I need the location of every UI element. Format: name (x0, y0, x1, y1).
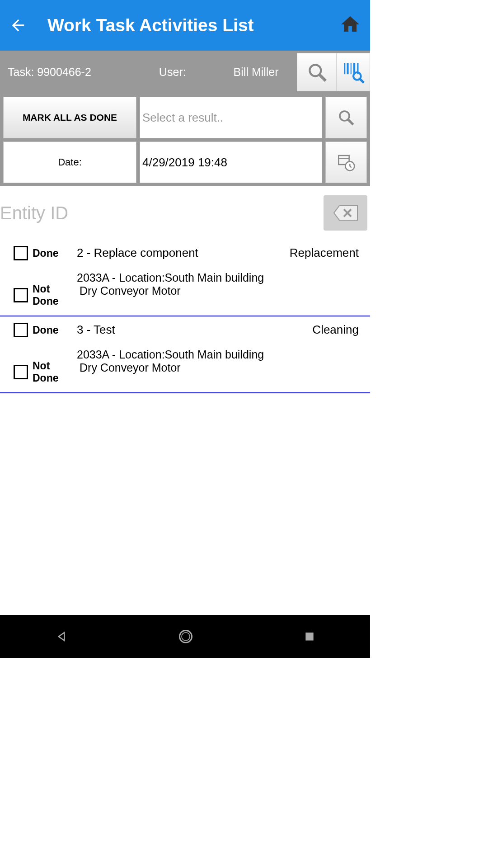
activity-list: Done Not Done 2 - Replace component Repl… (0, 240, 370, 393)
activity-equipment: Dry Conveyor Motor (77, 361, 359, 374)
barcode-scan-button[interactable] (336, 53, 370, 91)
activity-content: 3 - Test Cleaning 2033A - Location:South… (72, 323, 359, 384)
triangle-back-icon (55, 630, 68, 643)
activity-tag: Cleaning (312, 323, 359, 337)
user-info: User: Bill Miller (159, 66, 279, 79)
barcode-search-icon (342, 61, 365, 84)
controls-row-2: Date: 4/29/2019 19:48 (3, 142, 367, 183)
svg-rect-20 (305, 632, 313, 640)
square-recent-icon (304, 631, 315, 642)
home-button[interactable] (339, 14, 361, 37)
not-done-label: Not Done (33, 360, 72, 384)
activity-title-row: 3 - Test Cleaning (77, 323, 359, 337)
page-title: Work Task Activities List (47, 15, 254, 35)
activity-tag: Replacement (290, 246, 359, 260)
home-icon (339, 14, 361, 35)
not-done-checkbox[interactable] (14, 365, 28, 379)
nav-back-button[interactable] (55, 630, 68, 643)
controls-section: MARK ALL AS DONE Date: 4/29/2019 19:48 (0, 94, 370, 186)
done-label: Done (33, 324, 59, 336)
activity-equipment: Dry Conveyor Motor (77, 284, 359, 297)
search-user-button[interactable] (297, 53, 338, 91)
entity-id-input[interactable] (0, 203, 324, 223)
backspace-icon (332, 204, 359, 222)
activity-item[interactable]: Done Not Done 3 - Test Cleaning 2033A - … (0, 316, 370, 393)
svg-rect-3 (347, 63, 348, 74)
task-id-label: Task: 9900466-2 (8, 66, 91, 79)
activity-item[interactable]: Done Not Done 2 - Replace component Repl… (0, 240, 370, 316)
back-arrow-icon (9, 16, 27, 34)
result-input[interactable] (142, 111, 319, 125)
done-checkbox[interactable] (14, 246, 28, 260)
task-info-bar: Task: 9900466-2 User: Bill Miller (0, 51, 370, 94)
android-nav-bar (0, 615, 370, 658)
mark-all-done-button[interactable]: MARK ALL AS DONE (3, 97, 136, 138)
user-name: Bill Miller (234, 66, 279, 79)
done-checkbox-group: Done (14, 323, 72, 337)
circle-home-icon (178, 628, 194, 645)
entity-filter-row (0, 186, 370, 240)
date-label: Date: (3, 142, 136, 183)
magnifier-icon (337, 108, 356, 127)
svg-point-13 (345, 161, 354, 170)
date-value: 4/29/2019 19:48 (140, 142, 322, 183)
svg-rect-4 (350, 63, 351, 74)
done-checkbox-group: Done (14, 246, 72, 260)
not-done-checkbox-group: Not Done (14, 360, 72, 384)
svg-line-1 (319, 75, 326, 81)
done-checkbox[interactable] (14, 323, 28, 337)
activity-title-row: 2 - Replace component Replacement (77, 246, 359, 260)
activity-location: 2033A - Location:South Main building (77, 348, 359, 361)
not-done-checkbox-group: Not Done (14, 283, 72, 307)
svg-line-8 (360, 79, 363, 82)
svg-rect-2 (344, 63, 345, 74)
clear-entity-button[interactable] (324, 195, 367, 231)
nav-home-button[interactable] (178, 628, 194, 645)
user-label: User: (159, 66, 186, 79)
nav-recent-button[interactable] (304, 631, 315, 642)
svg-point-19 (182, 632, 190, 641)
svg-point-0 (310, 65, 321, 76)
not-done-checkbox[interactable] (14, 288, 28, 302)
activity-title: 3 - Test (77, 323, 115, 337)
calendar-clock-icon (337, 153, 355, 171)
svg-line-10 (348, 119, 353, 124)
calendar-button[interactable] (325, 142, 367, 183)
activity-content: 2 - Replace component Replacement 2033A … (72, 246, 359, 307)
done-label: Done (33, 247, 59, 259)
svg-point-9 (340, 111, 349, 121)
result-search-button[interactable] (325, 97, 367, 138)
not-done-label: Not Done (33, 283, 72, 307)
activity-title: 2 - Replace component (77, 246, 198, 260)
checkbox-column: Done Not Done (14, 323, 72, 384)
result-input-container (140, 97, 322, 138)
app-header: Work Task Activities List (0, 0, 370, 51)
controls-row-1: MARK ALL AS DONE (3, 97, 367, 138)
magnifier-icon (306, 61, 328, 84)
back-button[interactable] (7, 16, 29, 34)
activity-location: 2033A - Location:South Main building (77, 271, 359, 284)
checkbox-column: Done Not Done (14, 246, 72, 307)
